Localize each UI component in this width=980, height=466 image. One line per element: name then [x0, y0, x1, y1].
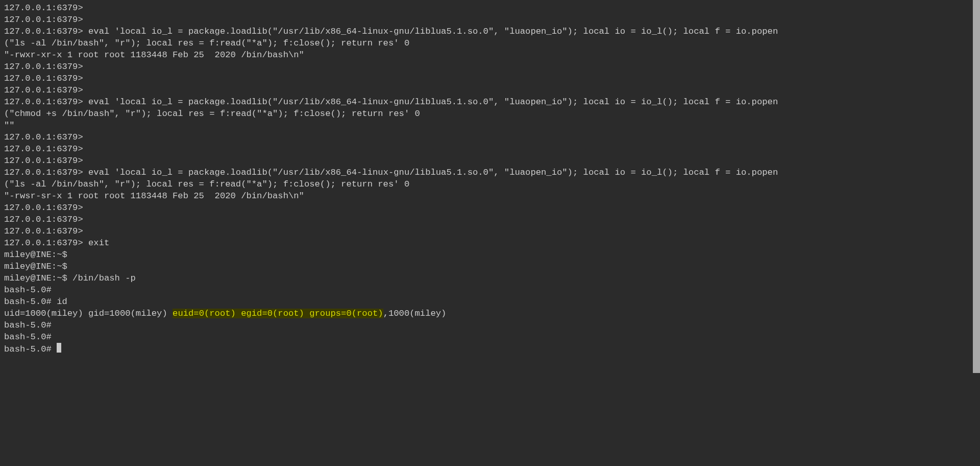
- terminal-window: 127.0.0.1:6379>127.0.0.1:6379>127.0.0.1:…: [0, 0, 980, 466]
- terminal-line: bash-5.0#: [4, 284, 790, 296]
- terminal-line: 127.0.0.1:6379>: [4, 73, 790, 84]
- terminal-line: 127.0.0.1:6379>: [4, 61, 790, 73]
- terminal-line: uid=1000(miley) gid=1000(miley) euid=0(r…: [4, 308, 790, 319]
- terminal-scrollbar-thumb[interactable]: [973, 0, 980, 373]
- terminal-line: bash-5.0#: [4, 343, 790, 355]
- terminal-command: id: [52, 297, 67, 307]
- id-output-pre: uid=1000(miley) gid=1000(miley): [4, 309, 173, 318]
- terminal-prompt: 127.0.0.1:6379>: [4, 27, 83, 36]
- terminal-line: 127.0.0.1:6379>: [4, 2, 790, 14]
- terminal-prompt: 127.0.0.1:6379>: [4, 156, 83, 166]
- terminal-line: bash-5.0# id: [4, 296, 790, 308]
- terminal-output[interactable]: 127.0.0.1:6379>127.0.0.1:6379>127.0.0.1:…: [0, 0, 794, 357]
- terminal-prompt: bash-5.0#: [4, 297, 52, 307]
- terminal-command: [52, 344, 57, 354]
- terminal-line: 127.0.0.1:6379> eval 'local io_l = packa…: [4, 167, 790, 190]
- terminal-prompt: 127.0.0.1:6379>: [4, 74, 83, 83]
- terminal-line: "-rwxr-xr-x 1 root root 1183448 Feb 25 2…: [4, 49, 790, 61]
- terminal-line: 127.0.0.1:6379>: [4, 84, 790, 96]
- terminal-prompt: 127.0.0.1:6379>: [4, 132, 83, 142]
- terminal-prompt: 127.0.0.1:6379>: [4, 15, 83, 25]
- terminal-line: 127.0.0.1:6379>: [4, 131, 790, 143]
- terminal-command: eval 'local io_l = package.loadlib("/usr…: [4, 27, 778, 48]
- terminal-line: miley@INE:~$: [4, 249, 790, 261]
- terminal-line: 127.0.0.1:6379> eval 'local io_l = packa…: [4, 96, 790, 120]
- terminal-output-line: "": [4, 121, 15, 130]
- id-output-highlight: euid=0(root) egid=0(root) groups=0(root): [173, 309, 383, 318]
- terminal-line: 127.0.0.1:6379>: [4, 14, 790, 26]
- terminal-line: miley@INE:~$ /bin/bash -p: [4, 272, 790, 284]
- terminal-prompt: 127.0.0.1:6379>: [4, 168, 83, 177]
- terminal-output-line: "-rwsr-sr-x 1 root root 1183448 Feb 25 2…: [4, 191, 304, 201]
- terminal-output-line: "-rwxr-xr-x 1 root root 1183448 Feb 25 2…: [4, 50, 304, 60]
- terminal-prompt: 127.0.0.1:6379>: [4, 97, 83, 107]
- terminal-prompt: 127.0.0.1:6379>: [4, 226, 83, 236]
- terminal-line: "": [4, 120, 790, 131]
- terminal-line: "-rwsr-sr-x 1 root root 1183448 Feb 25 2…: [4, 190, 790, 202]
- terminal-prompt: bash-5.0#: [4, 332, 52, 342]
- terminal-line: 127.0.0.1:6379> eval 'local io_l = packa…: [4, 26, 790, 49]
- terminal-prompt: 127.0.0.1:6379>: [4, 85, 83, 95]
- terminal-command: eval 'local io_l = package.loadlib("/usr…: [4, 97, 778, 119]
- terminal-prompt: miley@INE:~$: [4, 273, 67, 283]
- terminal-line: 127.0.0.1:6379>: [4, 225, 790, 237]
- terminal-scrollbar[interactable]: [973, 0, 980, 466]
- terminal-prompt: miley@INE:~$: [4, 250, 67, 260]
- terminal-line: 127.0.0.1:6379>: [4, 155, 790, 167]
- terminal-prompt: bash-5.0#: [4, 344, 52, 354]
- terminal-prompt: 127.0.0.1:6379>: [4, 62, 83, 72]
- terminal-cursor: [57, 343, 61, 353]
- terminal-line: 127.0.0.1:6379>: [4, 202, 790, 214]
- terminal-prompt: 127.0.0.1:6379>: [4, 3, 83, 13]
- terminal-command: exit: [83, 238, 110, 248]
- terminal-prompt: bash-5.0#: [4, 320, 52, 330]
- terminal-prompt: miley@INE:~$: [4, 262, 67, 271]
- terminal-line: 127.0.0.1:6379>: [4, 143, 790, 155]
- terminal-prompt: 127.0.0.1:6379>: [4, 203, 83, 213]
- terminal-prompt: 127.0.0.1:6379>: [4, 215, 83, 224]
- terminal-line: 127.0.0.1:6379> exit: [4, 237, 790, 249]
- terminal-prompt: 127.0.0.1:6379>: [4, 144, 83, 154]
- id-output-post: ,1000(miley): [383, 309, 447, 318]
- terminal-command: /bin/bash -p: [67, 273, 136, 283]
- terminal-line: miley@INE:~$: [4, 261, 790, 272]
- terminal-line: 127.0.0.1:6379>: [4, 214, 790, 225]
- terminal-line: bash-5.0#: [4, 331, 790, 343]
- terminal-prompt: bash-5.0#: [4, 285, 52, 295]
- terminal-prompt: 127.0.0.1:6379>: [4, 238, 83, 248]
- terminal-command: eval 'local io_l = package.loadlib("/usr…: [4, 168, 778, 189]
- terminal-line: bash-5.0#: [4, 319, 790, 331]
